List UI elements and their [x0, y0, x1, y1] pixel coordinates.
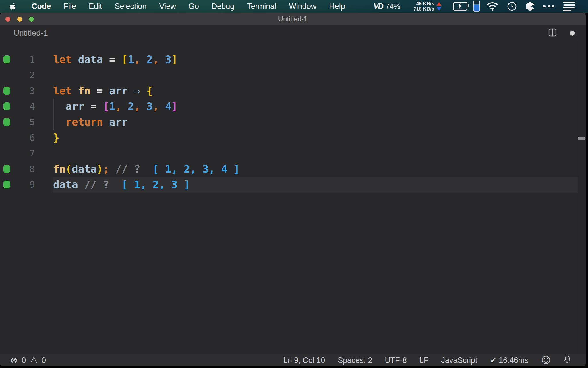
line-number: 4: [0, 99, 35, 114]
cursor-position[interactable]: Ln 9, Col 10: [283, 356, 325, 365]
feedback-smiley-icon[interactable]: ☺: [541, 355, 551, 366]
line-number: 2: [0, 67, 35, 83]
menu-item-selection[interactable]: Selection: [109, 0, 153, 13]
code-text: data // ? [ 1, 2, 3 ]: [53, 177, 190, 192]
code-text: let data = [1, 2, 3]: [53, 52, 178, 67]
download-arrow-icon: [436, 7, 442, 11]
warnings-icon: ⚠: [30, 356, 38, 365]
errors-count: 0: [22, 356, 26, 365]
window-title: Untitled-1: [0, 15, 586, 23]
window-title-bar[interactable]: Untitled-1: [0, 13, 586, 25]
wifi-icon[interactable]: [486, 2, 498, 11]
screen: CodeFileEditSelectionViewGoDebugTerminal…: [0, 0, 588, 368]
net-download: 718 KB/s: [413, 6, 434, 12]
tab-untitled-1[interactable]: Untitled-1: [13, 28, 48, 38]
code-line-5[interactable]: 5 return arr: [0, 114, 586, 130]
encoding-setting[interactable]: UTF-8: [385, 356, 407, 365]
vscode-window: Untitled-1 Untitled-1 1let data = [1, 2,…: [0, 13, 586, 366]
problems-summary[interactable]: ⊗ 0 ⚠ 0: [0, 356, 46, 365]
line-number: 9: [0, 177, 35, 192]
code-line-9[interactable]: 9data // ? [ 1, 2, 3 ]: [0, 177, 586, 192]
upload-arrow-icon: [436, 2, 442, 6]
line-number: 6: [0, 130, 35, 145]
menu-bar-status-area: VD 74% 49 KB/s 718 KB/s: [374, 1, 588, 12]
line-number: 8: [0, 161, 35, 177]
code-line-6[interactable]: 6}: [0, 130, 586, 145]
menu-item-code[interactable]: Code: [25, 0, 57, 13]
split-editor-icon[interactable]: [548, 28, 557, 38]
line-number: 5: [0, 114, 35, 130]
code-lines: 1let data = [1, 2, 3]23let fn = arr ⇒ {4…: [0, 52, 586, 193]
net-upload: 49 KB/s: [416, 1, 434, 6]
status-bar: ⊗ 0 ⚠ 0 Ln 9, Col 10 Spaces: 2 UTF-8 LF …: [0, 354, 586, 366]
eol-setting[interactable]: LF: [419, 356, 429, 365]
network-throughput[interactable]: 49 KB/s 718 KB/s: [413, 1, 442, 12]
code-text: let fn = arr ⇒ {: [53, 83, 153, 99]
battery-level-bar-icon[interactable]: [473, 1, 480, 12]
apple-menu-icon[interactable]: [10, 2, 17, 11]
unsaved-changes-dot-icon[interactable]: [570, 31, 575, 36]
vd-app-icon[interactable]: VD: [374, 2, 383, 11]
list-menu-icon[interactable]: [563, 2, 575, 11]
editor-tab-bar: Untitled-1: [0, 25, 586, 41]
ellipsis-menu-icon[interactable]: [543, 5, 554, 7]
code-line-4[interactable]: 4 arr = [1, 2, 3, 4]: [0, 99, 586, 114]
battery-charging-icon[interactable]: [453, 2, 467, 11]
code-text: fn(data); // ? [ 1, 2, 3, 4 ]: [53, 161, 240, 177]
code-line-7[interactable]: 7: [0, 145, 586, 161]
menu-item-edit[interactable]: Edit: [82, 0, 109, 13]
line-number: 1: [0, 52, 35, 67]
menu-items: CodeFileEditSelectionViewGoDebugTerminal…: [0, 0, 351, 13]
line-number: 3: [0, 83, 35, 99]
line-number: 7: [0, 145, 35, 161]
clock-icon[interactable]: [507, 1, 517, 11]
menu-item-terminal[interactable]: Terminal: [241, 0, 283, 13]
menu-item-debug[interactable]: Debug: [205, 0, 241, 13]
code-text: arr = [1, 2, 3, 4]: [53, 99, 178, 114]
menu-item-window[interactable]: Window: [283, 0, 323, 13]
cube-app-icon[interactable]: [525, 1, 535, 11]
code-line-8[interactable]: 8fn(data); // ? [ 1, 2, 3, 4 ]: [0, 161, 586, 177]
code-text: return arr: [53, 114, 128, 130]
code-text: }: [53, 130, 59, 145]
menu-item-go[interactable]: Go: [182, 0, 205, 13]
macos-menu-bar: CodeFileEditSelectionViewGoDebugTerminal…: [0, 0, 588, 13]
code-line-2[interactable]: 2: [0, 67, 586, 83]
vd-percent[interactable]: 74%: [385, 2, 400, 11]
warnings-count: 0: [42, 356, 46, 365]
notifications-bell-icon[interactable]: [563, 355, 571, 366]
code-line-1[interactable]: 1let data = [1, 2, 3]: [0, 52, 586, 67]
check-icon: ✔: [490, 356, 496, 365]
code-line-3[interactable]: 3let fn = arr ⇒ {: [0, 83, 586, 99]
errors-icon: ⊗: [10, 356, 18, 365]
language-mode[interactable]: JavaScript: [441, 356, 477, 365]
quokka-perf[interactable]: ✔16.46ms: [490, 356, 528, 365]
menu-item-view[interactable]: View: [153, 0, 182, 13]
menu-item-help[interactable]: Help: [323, 0, 351, 13]
menu-item-file[interactable]: File: [57, 0, 83, 13]
code-editor[interactable]: 1let data = [1, 2, 3]23let fn = arr ⇒ {4…: [0, 41, 586, 354]
indentation-setting[interactable]: Spaces: 2: [338, 356, 372, 365]
